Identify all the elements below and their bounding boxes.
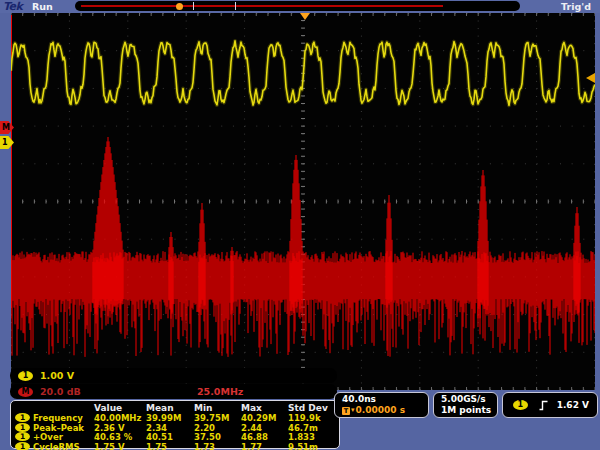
horizontal-settings-box[interactable]: 40.0ns T▾ 0.00000 s: [334, 392, 429, 418]
math-badge: M: [18, 387, 33, 397]
measurement-min: 1.73: [194, 442, 215, 450]
oscilloscope-screen: { "titlebar": { "logo": "Tek", "status":…: [0, 0, 600, 450]
sample-rate: 5.00GS/s: [441, 394, 497, 405]
measurement-stddev: 119.9k: [288, 413, 321, 423]
measurement-value: 40.00MHz: [94, 413, 141, 423]
slope-rising-icon: [538, 400, 549, 411]
measurement-value: 40.63 %: [94, 432, 132, 442]
measurement-column-header: Max: [241, 403, 262, 413]
horizontal-position: T▾ 0.00000 s: [342, 405, 428, 416]
measurement-max: 1.77: [241, 442, 262, 450]
record-length: 1M points: [441, 405, 497, 416]
measurement-stddev: 1.833: [288, 432, 315, 442]
acquisition-status: Run: [32, 1, 53, 12]
trigger-source-badge: 1: [513, 400, 528, 410]
measurement-mean: 40.51: [146, 432, 173, 442]
measurement-mean: 1.75: [146, 442, 167, 450]
math-readout-bar[interactable]: M 20.0 dB 25.0MHz: [10, 384, 337, 399]
measurement-min: 39.75M: [194, 413, 229, 423]
record-bracket-right: [235, 2, 236, 10]
math-frequency-scale: 25.0MHz: [197, 386, 243, 397]
measurement-name: +Over: [33, 432, 63, 442]
measurement-stddev: 46.7m: [288, 423, 318, 433]
measurement-stddev: 9.51m: [288, 442, 318, 450]
record-view-bar: [75, 1, 520, 11]
t-arrow-icon: ▾: [351, 405, 355, 416]
horizontal-position-value: 0.00000 s: [356, 405, 405, 416]
measurement-min: 2.20: [194, 423, 215, 433]
measurement-column-header: Value: [94, 403, 122, 413]
measurement-source-badge: 1: [15, 423, 30, 432]
measurement-min: 37.50: [194, 432, 221, 442]
channel1-badge: 1: [18, 371, 33, 381]
horizontal-scale: 40.0ns: [342, 394, 428, 405]
measurement-column-header: Std Dev: [288, 403, 328, 413]
trigger-level-arrow-icon[interactable]: [586, 73, 595, 83]
measurement-column-header: Mean: [146, 403, 174, 413]
measurement-max: 40.29M: [241, 413, 276, 423]
trigger-position-indicator-icon: [176, 3, 183, 10]
measurement-max: 46.88: [241, 432, 268, 442]
tek-logo: Tek: [3, 0, 22, 13]
graticule-and-traces: [11, 13, 595, 390]
measurement-source-badge: 1: [15, 442, 30, 450]
waveform-display: [11, 13, 595, 390]
measurement-source-badge: 1: [15, 413, 30, 422]
measurement-table: ValueMeanMinMaxStd Dev1Frequency40.00MHz…: [10, 400, 340, 449]
measurement-row[interactable]: 1CycleRMS1.75 V1.751.731.779.51m: [11, 442, 339, 450]
trigger-settings-box[interactable]: 1 1.62 V: [502, 392, 598, 418]
channel1-scale: 1.00 V: [40, 370, 74, 381]
channel1-readout-bar[interactable]: 1 1.00 V: [10, 368, 337, 383]
math-scale: 20.0 dB: [40, 386, 81, 397]
t-position-icon: T: [342, 407, 350, 415]
measurement-value: 1.75 V: [94, 442, 125, 450]
measurement-mean: 39.99M: [146, 413, 181, 423]
trigger-status: Trig'd: [561, 1, 591, 12]
measurement-name: Frequency: [33, 413, 83, 423]
record-view-line: [81, 5, 443, 7]
measurement-name: CycleRMS: [33, 442, 80, 450]
measurement-row[interactable]: 1Peak–Peak2.36 V2.342.202.4446.7m: [11, 423, 339, 433]
measurement-row[interactable]: 1+Over40.63 %40.5137.5046.881.833: [11, 432, 339, 442]
measurement-column-header: Min: [194, 403, 212, 413]
measurement-name: Peak–Peak: [33, 423, 84, 433]
measurement-value: 2.36 V: [94, 423, 125, 433]
acquisition-settings-box[interactable]: 5.00GS/s 1M points: [433, 392, 498, 418]
record-bracket-left: [193, 2, 194, 10]
trigger-level-value: 1.62 V: [557, 400, 589, 410]
title-bar: Tek Run Trig'd: [0, 0, 600, 13]
measurement-max: 2.44: [241, 423, 262, 433]
measurement-source-badge: 1: [15, 432, 30, 441]
measurement-mean: 2.34: [146, 423, 167, 433]
trigger-position-marker-icon: [300, 13, 310, 20]
measurement-row[interactable]: 1Frequency40.00MHz39.99M39.75M40.29M119.…: [11, 413, 339, 423]
